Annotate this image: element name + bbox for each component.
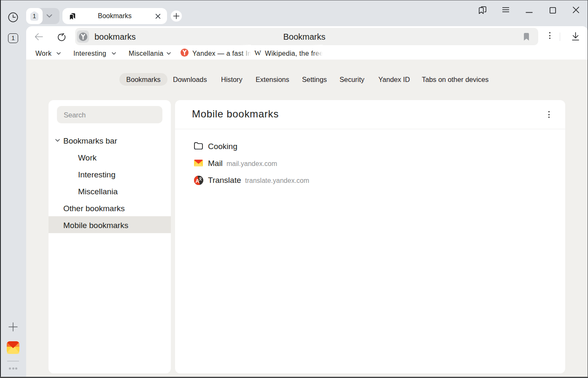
svg-text:A: A [195, 178, 199, 184]
